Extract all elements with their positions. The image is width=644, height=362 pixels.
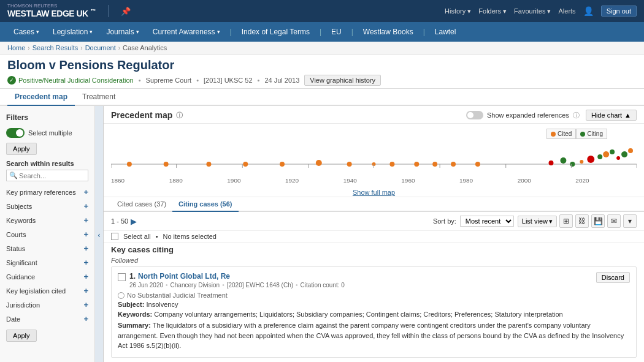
- user-icon[interactable]: 👤: [583, 6, 594, 16]
- nav-westlaw-books[interactable]: Westlaw Books: [357, 22, 420, 42]
- filter-plus-icon: +: [83, 216, 88, 225]
- alerts-link[interactable]: Alerts: [559, 7, 576, 15]
- svg-text:1980: 1980: [459, 177, 473, 184]
- meta-sep-3: •: [258, 77, 260, 84]
- status-badge: ✓ Positive/Neutral Judicial Consideratio…: [7, 76, 134, 85]
- sign-out-button[interactable]: Sign out: [601, 6, 637, 17]
- svg-point-18: [587, 156, 594, 163]
- select-all-bar: Select all • No items selected: [104, 231, 644, 243]
- filter-plus-icon: +: [83, 314, 88, 323]
- case-checkbox[interactable]: [118, 273, 126, 281]
- filter-label: Subjects: [6, 203, 32, 210]
- svg-point-20: [603, 151, 609, 157]
- summary-label: Summary:: [118, 322, 153, 329]
- more-button[interactable]: ▾: [623, 214, 637, 228]
- main-navigation: Cases ▾ Legislation ▾ Journals ▾ Current…: [0, 22, 644, 42]
- sidebar-toggle-button[interactable]: ‹: [95, 106, 104, 362]
- filter-label: Status: [6, 245, 25, 252]
- svg-point-2: [164, 162, 169, 167]
- search-within-section: Search within results 🔍: [0, 157, 94, 185]
- filter-plus-icon: +: [83, 202, 88, 211]
- filter-plus-icon: +: [83, 244, 88, 253]
- filter-status[interactable]: Status +: [0, 241, 94, 255]
- filter-jurisdiction[interactable]: Jurisdiction +: [0, 298, 94, 312]
- hide-chart-button[interactable]: Hide chart ▲: [586, 110, 637, 121]
- list-view-button[interactable]: List view ▾: [518, 216, 557, 227]
- view-history-button[interactable]: View graphical history: [304, 75, 381, 86]
- nav-current-awareness[interactable]: Current Awareness ▾: [147, 22, 226, 42]
- nav-eu[interactable]: EU: [325, 22, 348, 42]
- tab-precedent-map[interactable]: Precedent map: [7, 89, 75, 106]
- nav-lawtel[interactable]: Lawtel: [429, 22, 462, 42]
- pmap-info-icon[interactable]: ⓘ: [176, 111, 183, 120]
- keywords-value: Company voluntary arrangements; Liquidat…: [154, 311, 562, 318]
- folders-link[interactable]: Folders ▾: [478, 7, 507, 15]
- filter-keywords[interactable]: Keywords +: [0, 213, 94, 227]
- svg-point-4: [243, 162, 248, 167]
- breadcrumb-document[interactable]: Document: [85, 44, 116, 51]
- keywords-label: Keywords:: [118, 311, 154, 318]
- filter-label: Key primary references: [6, 189, 76, 196]
- nav-pin-icon[interactable]: 📌: [121, 7, 131, 16]
- chevron-up-icon: ▲: [624, 111, 631, 119]
- expanded-toggle-switch[interactable]: [466, 111, 483, 119]
- sidebar-title: Filters: [0, 111, 94, 126]
- filter-key-primary[interactable]: Key primary references +: [0, 185, 94, 199]
- favourites-link[interactable]: Favourites ▾: [514, 7, 551, 15]
- svg-point-23: [621, 151, 627, 157]
- next-page-arrow[interactable]: ▶: [131, 217, 137, 226]
- svg-text:2000: 2000: [518, 177, 532, 184]
- tab-treatment[interactable]: Treatment: [75, 89, 123, 106]
- tab-citing-cases[interactable]: Citing cases (56): [172, 197, 238, 212]
- case-name-link[interactable]: North Point Global Ltd, Re: [138, 272, 230, 281]
- case-court-text: Chancery Division: [171, 282, 220, 288]
- filter-key-legislation[interactable]: Key legislation cited +: [0, 284, 94, 298]
- show-full-map-link[interactable]: Show full map: [111, 187, 637, 197]
- sort-select[interactable]: Most recent Most cited: [460, 216, 514, 227]
- treatment-row: No Substantial Judicial Treatment: [118, 292, 630, 299]
- filter-subjects[interactable]: Subjects +: [0, 199, 94, 213]
- nav-cases[interactable]: Cases ▾: [7, 22, 45, 42]
- expanded-info-icon[interactable]: ⓘ: [573, 111, 580, 120]
- filter-plus-icon: +: [83, 300, 88, 309]
- filter-guidance[interactable]: Guidance +: [0, 270, 94, 284]
- breadcrumb-search-results[interactable]: Search Results: [33, 44, 79, 51]
- summary-row: Summary: The liquidators of a subsidiary…: [118, 320, 630, 351]
- svg-point-11: [432, 162, 437, 167]
- filter-label: Jurisdiction: [6, 301, 40, 309]
- treatment-radio-btn[interactable]: [118, 292, 125, 299]
- svg-text:2020: 2020: [575, 177, 589, 184]
- search-within-input[interactable]: [19, 172, 85, 179]
- discard-button[interactable]: Discard: [596, 272, 630, 283]
- tab-cited-cases[interactable]: Cited cases (37): [111, 197, 172, 212]
- save-button[interactable]: 💾: [591, 214, 605, 228]
- history-link[interactable]: History ▾: [445, 7, 471, 15]
- case-citation-text: [2020] EWHC 1648 (Ch): [227, 282, 293, 288]
- precedent-map-title: Precedent map ⓘ: [111, 110, 183, 120]
- toggle-label: Select multiple: [28, 129, 72, 137]
- nav-legislation[interactable]: Legislation ▾: [47, 22, 99, 42]
- filter-courts[interactable]: Courts +: [0, 227, 94, 241]
- grid-view-button[interactable]: ⊞: [559, 214, 573, 228]
- case-title-row: 1. North Point Global Ltd, Re: [129, 272, 345, 281]
- select-all-checkbox[interactable]: [111, 233, 118, 240]
- filter-significant[interactable]: Significant +: [0, 255, 94, 270]
- nav-journals[interactable]: Journals ▾: [100, 22, 145, 42]
- summary-value: The liquidators of a subsidiary with a p…: [118, 322, 624, 349]
- email-button[interactable]: ✉: [607, 214, 621, 228]
- filter-date[interactable]: Date +: [0, 312, 94, 326]
- breadcrumb-home[interactable]: Home: [7, 44, 25, 51]
- followed-label: Followed: [111, 257, 637, 264]
- nav-legal-terms[interactable]: Index of Legal Terms: [236, 22, 316, 42]
- top-nav-right: History ▾ Folders ▾ Favourites ▾ Alerts …: [445, 6, 637, 17]
- apply-button-1[interactable]: Apply: [6, 143, 37, 155]
- svg-point-22: [616, 156, 620, 160]
- select-multiple-toggle[interactable]: [6, 128, 25, 138]
- citation-count-text: Citation count: 0: [301, 282, 345, 288]
- filter-plus-icon: +: [83, 230, 88, 239]
- breadcrumb-sep-3: ›: [118, 45, 120, 51]
- apply-button-2[interactable]: Apply: [6, 330, 37, 342]
- share-button[interactable]: ⛓: [575, 214, 589, 228]
- case-details: 1. North Point Global Ltd, Re 26 Jun 202…: [129, 272, 345, 290]
- svg-point-14: [549, 160, 554, 165]
